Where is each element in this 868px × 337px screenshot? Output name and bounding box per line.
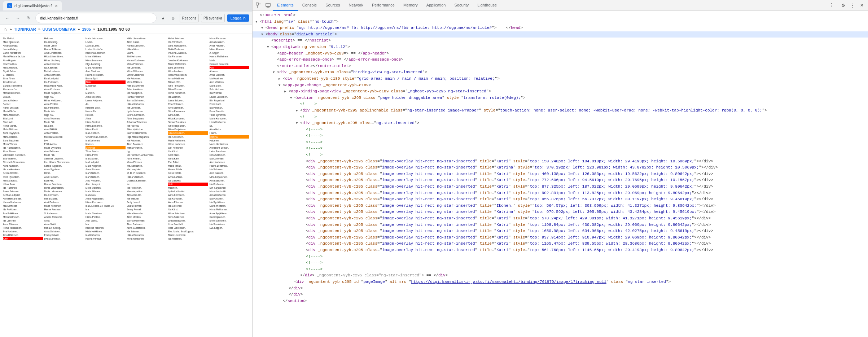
dom-line-close-section[interactable]: </section> — [253, 298, 868, 305]
nav-back-button[interactable]: ← — [3, 14, 12, 22]
dom-line-app-page-change[interactable]: <app-page-change _ngcontent-yyb-c189> — [253, 82, 868, 89]
triangle-open[interactable] — [255, 19, 260, 25]
dom-line-noscript[interactable]: <noscript> == </noscript> — [253, 38, 868, 44]
dom-line-overlay-katri-5[interactable]: <div _ngcontent-yyb-c295 class="image-ov… — [253, 190, 868, 197]
bookmark-icon[interactable]: ★ — [159, 14, 167, 22]
dom-line-binding-page-view[interactable]: <app-binding-page-view _ngcontent-yyb-c1… — [253, 88, 868, 95]
dom-line-overlay-katri-4[interactable]: <div _ngcontent-yyb-c295 class="image-ov… — [253, 184, 868, 190]
dom-line-overlay-katri-8[interactable]: <div _ngcontent-yyb-c295 class="image-ov… — [253, 222, 868, 228]
dom-line-comment4[interactable]: <!----> — [253, 133, 868, 139]
dom-line-overlay-katrina-2[interactable]: <div _ngcontent-yyb-c295 class="image-ov… — [253, 209, 868, 215]
name-item: Aino Lindqvist. — [86, 183, 126, 186]
name-item: Anni Salminen. — [168, 106, 208, 109]
dom-content: <!----> — [300, 114, 867, 121]
dom-content: <div _ngcontent-yyb-c189 style="grid-are… — [283, 76, 867, 82]
dom-line-ng-star[interactable]: <div _ngcontent-yyb-c295 class="ng-star-… — [253, 120, 868, 127]
dom-line-page-image[interactable]: <div _ngcontent-yyb-c295 id="pageImage" … — [253, 279, 868, 285]
dom-line-overlay-katrina-1[interactable]: <div _ngcontent-yyb-c295 class="image-ov… — [253, 165, 868, 171]
triangle-open[interactable] — [273, 70, 277, 75]
login-button[interactable]: Logga in — [227, 14, 249, 22]
tab-elements[interactable]: Elements — [273, 0, 298, 11]
devtools-settings-button[interactable]: ⚙ — [838, 1, 848, 10]
name-item: Mäkinen. — [168, 186, 208, 189]
dom-line-doctype[interactable]: <!DOCTYPE html> — [253, 12, 868, 19]
breadcrumb-paper[interactable]: UUSI SUOMETAR — [43, 27, 75, 31]
dom-line-html[interactable]: <html lang="sv" class="no-touch"> — [253, 19, 868, 25]
dom-line-overlay-katri-1[interactable]: <div _ngcontent-yyb-c295 class="image-ov… — [253, 158, 868, 165]
dom-line-comment1[interactable]: <!----> — [253, 101, 868, 108]
more-tabs-button[interactable]: ⋮ — [825, 0, 838, 11]
dom-tree[interactable]: <!DOCTYPE html> <html lang="sv" class="n… — [253, 11, 868, 337]
dom-line-grid-div[interactable]: <div _ngcontent-yyb-c189 style="grid-are… — [253, 76, 868, 82]
dom-line-comment2[interactable]: <!----> — [253, 114, 868, 121]
dom-line-body[interactable]: <body class="digiweb article"> — [253, 31, 868, 38]
dom-line-app-error[interactable]: <app-error-message-once> == </app-error-… — [253, 57, 868, 63]
breadcrumb-tidningar[interactable]: TIDNINGAR — [14, 27, 36, 31]
nav-refresh-button[interactable]: ↻ — [25, 14, 33, 22]
triangle-open[interactable] — [261, 32, 266, 37]
dom-line-head[interactable]: <head prefix="og: http://ogp.me/ns# fb: … — [253, 25, 868, 31]
dom-line-image-wrapper[interactable]: <div _ngcontent-yyb-c295 applinchable cl… — [253, 108, 868, 114]
dom-line-overlay-katri-10[interactable]: <div _ngcontent-yyb-c295 class="image-ov… — [253, 235, 868, 241]
dom-line-router-outlet[interactable]: <router-outlet></router-outlet> — [253, 63, 868, 70]
triangle-open[interactable] — [261, 26, 266, 31]
address-bar[interactable]: digi.kansalliskirjasto.fi — [35, 13, 157, 23]
dom-line-comment8[interactable]: <!----> — [253, 254, 868, 260]
nav-forward-button[interactable]: → — [14, 14, 22, 22]
devtools-close-button[interactable]: ✕ — [857, 1, 867, 10]
tab-memory[interactable]: Memory — [399, 0, 422, 11]
dom-line-comment6[interactable]: <!----> — [253, 145, 868, 152]
triangle-open[interactable] — [296, 121, 300, 126]
tab-performance[interactable]: Performance — [368, 0, 399, 11]
inspect-element-button[interactable] — [254, 1, 263, 10]
triangle-closed[interactable] — [284, 89, 289, 94]
name-item: Hilma Niemi. — [127, 48, 167, 51]
dom-line-app-digiweb[interactable]: <app-digiweb ng-version="9.1.12"> — [253, 44, 868, 51]
dom-line-overlay-katri-12[interactable]: <div _ngcontent-yyb-c295 class="image-ov… — [253, 247, 868, 254]
dom-line-overlay-katri-9[interactable]: <div _ngcontent-yyb-c295 class="image-ov… — [253, 228, 868, 235]
dom-line-overlay-katri-7[interactable]: <div _ngcontent-yyb-c295 class="image-ov… — [253, 215, 868, 222]
dom-line-comment10[interactable]: <!----> — [253, 266, 868, 273]
triangle-open[interactable] — [279, 83, 283, 88]
dom-line-comment7[interactable]: <!----> — [253, 152, 868, 158]
devtools-more-button[interactable]: ⋮ — [848, 1, 857, 10]
tab-network[interactable]: Network — [345, 0, 368, 11]
name-item: Alma Korhonen. — [44, 88, 84, 91]
triangle-open[interactable] — [267, 45, 271, 50]
dom-line-close-2[interactable]: </div> — [253, 292, 868, 298]
dom-line-comment5[interactable]: <!----> — [253, 139, 868, 146]
dom-line-overlay-ikonen[interactable]: <div _ngcontent-yyb-c295 class="image-ov… — [253, 203, 868, 209]
tab-lighthouse[interactable]: Lighthouse — [473, 0, 501, 11]
tab-application[interactable]: Application — [422, 0, 450, 11]
language-button[interactable]: På svenska — [201, 14, 225, 22]
triangle-open[interactable] — [290, 96, 294, 101]
dom-line-comment3[interactable]: <!----> — [253, 127, 868, 133]
tab-sources[interactable]: Sources — [321, 0, 344, 11]
device-toolbar-button[interactable] — [263, 1, 273, 10]
breadcrumb-year[interactable]: 1905 — [82, 27, 91, 31]
triangle-closed[interactable] — [296, 108, 300, 113]
dom-line-close-1[interactable]: </div> — [253, 285, 868, 292]
browser-tab-active[interactable]: K digi.kansalliskirjasto.fi ✕ — [3, 1, 62, 10]
tab-close-icon[interactable]: ✕ — [55, 4, 58, 8]
extensions-icon[interactable]: ⊕ — [169, 14, 177, 22]
dom-line-overlay-katri-3[interactable]: <div _ngcontent-yyb-c295 class="image-ov… — [253, 177, 868, 184]
dom-line-app-header[interactable]: <app-header _nghost-yyb-c283=> == </app-… — [253, 51, 868, 57]
dom-line-overlay-katri-2[interactable]: <div _ngcontent-yyb-c295 class="image-ov… — [253, 171, 868, 178]
dom-line-binding-view[interactable]: <div _ngcontent-yyb-c189 class="binding-… — [253, 69, 868, 76]
name-item: Aino Liimatainen. — [44, 51, 84, 54]
home-icon[interactable]: ⌂ — [4, 26, 6, 32]
dom-line-close-ngstar[interactable]: </div> _ngcontent-yyb-c295 class="ng-sta… — [253, 272, 868, 279]
name-item: Anna Pirinen. — [127, 157, 167, 160]
respond-button[interactable]: Respons — [180, 14, 199, 22]
triangle-closed[interactable] — [279, 76, 283, 82]
name-item: Hilma Roos. — [3, 183, 43, 186]
dom-line-overlay-katri-6[interactable]: <div _ngcontent-yyb-c295 class="image-ov… — [253, 196, 868, 203]
tab-console[interactable]: Console — [298, 0, 321, 11]
dom-line-comment9[interactable]: <!----> — [253, 260, 868, 266]
tab-security[interactable]: Security — [450, 0, 473, 11]
dom-line-overlay-katri-11[interactable]: <div _ngcontent-yyb-c295 class="image-ov… — [253, 241, 868, 247]
name-item: Stina Hytönikari. — [3, 175, 43, 179]
name-item: Emmi Lahti. — [210, 102, 250, 106]
dom-line-section[interactable]: <section _ngcontent-yyb-c295 class="page… — [253, 95, 868, 101]
